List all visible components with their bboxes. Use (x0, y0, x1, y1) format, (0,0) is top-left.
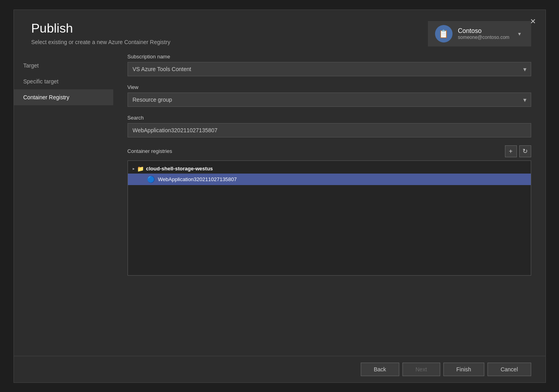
next-button[interactable]: Next (402, 363, 440, 376)
finish-button[interactable]: Finish (443, 363, 484, 376)
registry-tree[interactable]: ▸ 📁 cloud-shell-storage-westus 🔵 WebAppl… (128, 160, 531, 276)
registries-label: Container registries (128, 148, 172, 154)
title-area: Publish Select existing or create a new … (31, 21, 170, 45)
view-label: View (128, 84, 531, 90)
cancel-button[interactable]: Cancel (487, 363, 531, 376)
tree-arrow-icon: ▸ (133, 166, 135, 171)
tree-group-name: cloud-shell-storage-westus (146, 166, 213, 172)
search-group: Search (128, 115, 531, 137)
search-label: Search (128, 115, 531, 121)
view-select[interactable]: Resource group (128, 93, 531, 107)
close-button[interactable]: ✕ (527, 15, 539, 27)
dialog-header: Publish Select existing or create a new … (14, 10, 545, 54)
main-content: Subscription name VS Azure Tools Content… (113, 54, 545, 356)
account-name: Contoso (458, 27, 510, 35)
account-chevron-icon: ▾ (518, 31, 521, 37)
dialog-subtitle: Select existing or create a new Azure Co… (31, 39, 170, 45)
refresh-button[interactable]: ↻ (519, 145, 531, 157)
dialog-body: Target Specific target Container Registr… (14, 54, 545, 356)
view-select-wrapper: Resource group (128, 93, 531, 107)
account-area[interactable]: 📋 Contoso someone@contoso.com ▾ (428, 21, 531, 46)
subscription-select-wrapper: VS Azure Tools Content (128, 62, 531, 76)
subscription-group: Subscription name VS Azure Tools Content (128, 54, 531, 76)
sidebar: Target Specific target Container Registr… (14, 54, 113, 356)
tree-group: ▸ 📁 cloud-shell-storage-westus (128, 164, 531, 174)
account-info: Contoso someone@contoso.com (458, 27, 510, 40)
registry-icon: 🔵 (147, 176, 155, 183)
sidebar-item-specific-target[interactable]: Specific target (14, 73, 113, 89)
add-registry-button[interactable]: + (505, 145, 517, 157)
account-icon: 📋 (435, 25, 453, 42)
publish-dialog: ✕ Publish Select existing or create a ne… (14, 10, 546, 383)
dialog-footer: Back Next Finish Cancel (14, 356, 545, 382)
subscription-label: Subscription name (128, 54, 531, 60)
tree-item-webapp[interactable]: 🔵 WebApplication320211027135807 (128, 174, 531, 185)
folder-icon: 📁 (137, 166, 144, 172)
sidebar-item-target[interactable]: Target (14, 58, 113, 73)
view-group: View Resource group (128, 84, 531, 107)
subscription-select[interactable]: VS Azure Tools Content (128, 62, 531, 76)
dialog-title: Publish (31, 21, 170, 36)
sidebar-item-container-registry[interactable]: Container Registry (14, 89, 113, 105)
tree-item-name: WebApplication320211027135807 (158, 176, 237, 182)
icon-buttons: + ↻ (505, 145, 531, 157)
registries-header: Container registries + ↻ (128, 145, 531, 157)
back-button[interactable]: Back (361, 363, 399, 376)
registries-group: Container registries + ↻ ▸ 📁 cloud-shell… (128, 145, 531, 276)
account-email: someone@contoso.com (458, 35, 510, 40)
search-input[interactable] (128, 123, 531, 137)
